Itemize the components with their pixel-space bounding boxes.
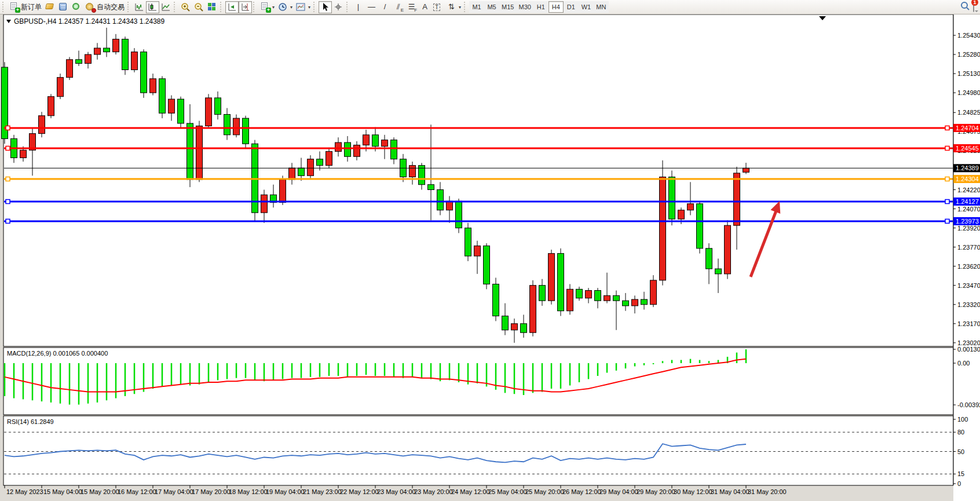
- svg-text:17 May 04:00: 17 May 04:00: [155, 488, 193, 495]
- toolbar: + 新订单 自动交易: [0, 0, 980, 14]
- candle: [586, 291, 592, 298]
- candle: [558, 254, 564, 311]
- candle: [85, 54, 92, 63]
- svg-text:1.25130: 1.25130: [957, 70, 980, 77]
- svg-text:1.25430: 1.25430: [957, 32, 980, 39]
- toolbar-drag-handle[interactable]: [313, 2, 316, 12]
- tile-windows-button[interactable]: [206, 1, 219, 13]
- line-anchor-handle[interactable]: [945, 146, 949, 150]
- horizontal-line-button[interactable]: —: [365, 1, 378, 13]
- line-anchor-handle[interactable]: [6, 126, 10, 130]
- timeframe-button-m15[interactable]: M15: [499, 1, 516, 13]
- bar-chart-button[interactable]: [133, 1, 146, 13]
- vertical-line-button[interactable]: |: [352, 1, 365, 13]
- svg-text:21 May 23:00: 21 May 23:00: [303, 488, 342, 495]
- zoom-out-button[interactable]: [192, 1, 206, 13]
- svg-text:18 May 12:00: 18 May 12:00: [229, 488, 268, 495]
- indicators-button[interactable]: + ▾: [258, 1, 276, 13]
- candle: [178, 99, 184, 123]
- chart-shift-button[interactable]: [239, 1, 252, 13]
- arrows-icon: ⇅: [447, 2, 456, 12]
- cursor-icon: [320, 2, 330, 12]
- candle: [187, 123, 193, 180]
- candle: [243, 118, 249, 144]
- line-anchor-handle[interactable]: [945, 177, 949, 181]
- line-chart-button[interactable]: [159, 1, 173, 13]
- search-icon[interactable]: [960, 1, 970, 13]
- line-anchor-handle[interactable]: [6, 219, 10, 223]
- fibonacci-icon: ☰F: [407, 2, 416, 12]
- svg-text:50: 50: [957, 448, 964, 455]
- chart-canvas[interactable]: 1.254301.252801.251301.249801.248251.246…: [0, 14, 980, 501]
- arrows-button[interactable]: ⇅ ▾: [445, 1, 463, 13]
- toolbar-drag-handle[interactable]: [127, 2, 130, 12]
- equidistant-channel-button[interactable]: ⫽E: [392, 1, 405, 13]
- candle: [447, 201, 453, 210]
- candle: [289, 168, 295, 180]
- new-order-button[interactable]: + 新订单: [8, 1, 43, 13]
- chat-icon[interactable]: 1: [973, 2, 974, 12]
- trendline-button[interactable]: /: [378, 1, 392, 13]
- templates-button[interactable]: ▾: [294, 1, 312, 13]
- toolbar-drag-handle[interactable]: [253, 2, 256, 12]
- timeframe-button-m1[interactable]: M1: [469, 1, 484, 13]
- data-window-button[interactable]: [57, 1, 70, 13]
- equidistant-channel-icon: ⫽E: [393, 2, 403, 12]
- candle: [20, 150, 27, 158]
- svg-text:1.24220: 1.24220: [957, 186, 980, 193]
- timeframe-button-h1[interactable]: H1: [533, 1, 548, 13]
- toolbar-drag-handle[interactable]: [464, 2, 467, 12]
- svg-text:25 May 04:00: 25 May 04:00: [488, 488, 527, 495]
- candle: [159, 79, 166, 113]
- zoom-in-icon: [181, 2, 191, 12]
- periods-button[interactable]: ▾: [276, 1, 294, 13]
- text-label-button[interactable]: T: [432, 1, 445, 13]
- cursor-button[interactable]: [319, 1, 332, 13]
- crosshair-button[interactable]: [332, 1, 345, 13]
- navigator-button[interactable]: [70, 1, 83, 13]
- auto-scroll-button[interactable]: [225, 1, 239, 13]
- market-watch-button[interactable]: [43, 1, 57, 13]
- order-group: + 新订单 自动交易: [8, 1, 126, 14]
- svg-text:100: 100: [957, 416, 968, 423]
- chart-window[interactable]: 1.254301.252801.251301.249801.248251.246…: [0, 14, 980, 501]
- candle: [104, 48, 110, 52]
- line-anchor-handle[interactable]: [945, 219, 949, 223]
- timeframe-button-mn[interactable]: MN: [594, 1, 609, 13]
- insert-group: + ▾ ▾ ▾: [258, 1, 312, 14]
- toolbar-drag-handle[interactable]: [220, 2, 223, 12]
- line-anchor-handle[interactable]: [6, 177, 10, 181]
- zoom-in-button[interactable]: [179, 1, 192, 13]
- text-button[interactable]: A: [418, 1, 432, 13]
- candle: [308, 159, 314, 176]
- candlestick-chart-button[interactable]: [146, 1, 159, 13]
- candle: [669, 177, 675, 219]
- svg-text:15 May 04:00: 15 May 04:00: [43, 488, 82, 495]
- candle: [613, 295, 620, 301]
- line-anchor-handle[interactable]: [6, 200, 10, 204]
- candle: [697, 204, 703, 248]
- timeframe-button-m30[interactable]: M30: [516, 1, 533, 13]
- svg-text:24 May 12:00: 24 May 12:00: [451, 488, 490, 495]
- chart-type-group: [133, 1, 173, 14]
- svg-text:15: 15: [957, 470, 964, 477]
- fibonacci-button[interactable]: ☰F: [405, 1, 418, 13]
- scroll-group: [225, 1, 252, 14]
- line-anchor-handle[interactable]: [945, 126, 949, 130]
- svg-text:19 May 04:00: 19 May 04:00: [266, 488, 305, 495]
- timeframe-button-d1[interactable]: D1: [564, 1, 579, 13]
- timeframe-button-m5[interactable]: M5: [484, 1, 499, 13]
- timeframe-button-w1[interactable]: W1: [579, 1, 594, 13]
- toolbar-drag-handle[interactable]: [2, 2, 5, 12]
- indicators-icon: +: [260, 2, 270, 12]
- candle: [326, 151, 332, 165]
- trendline-icon: /: [380, 2, 390, 12]
- timeframe-button-h4[interactable]: H4: [548, 1, 564, 13]
- line-anchor-handle[interactable]: [6, 146, 10, 150]
- toolbar-drag-handle[interactable]: [174, 2, 177, 12]
- candle: [48, 97, 54, 116]
- toolbar-drag-handle[interactable]: [346, 2, 349, 12]
- autotrading-button[interactable]: 自动交易: [83, 1, 126, 13]
- line-anchor-handle[interactable]: [945, 200, 949, 204]
- svg-text:1.23470: 1.23470: [957, 282, 980, 289]
